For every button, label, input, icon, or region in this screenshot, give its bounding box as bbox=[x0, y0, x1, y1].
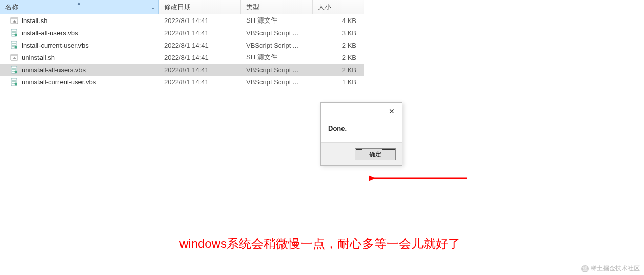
file-date-cell: 2022/8/1 14:41 bbox=[159, 66, 241, 74]
script-file-icon bbox=[10, 29, 18, 37]
svg-rect-8 bbox=[11, 54, 18, 56]
column-header-row: ▲ 名称 ⌄ 修改日期 类型 大小 bbox=[0, 0, 364, 14]
file-date-cell: 2022/8/1 14:41 bbox=[159, 54, 241, 61]
column-header-date[interactable]: 修改日期 bbox=[159, 0, 241, 14]
file-name-cell: shinstall.sh bbox=[0, 16, 159, 25]
column-label: 名称 bbox=[5, 3, 18, 12]
watermark-icon: 掘 bbox=[581, 265, 589, 272]
file-size-cell: 4 KB bbox=[313, 17, 361, 25]
file-name-cell: install-all-users.vbs bbox=[0, 29, 159, 37]
file-type-cell: VBScript Script ... bbox=[241, 66, 313, 74]
watermark: 掘 稀土掘金技术社区 bbox=[581, 264, 640, 273]
column-label: 修改日期 bbox=[164, 3, 191, 12]
script-file-icon bbox=[10, 78, 18, 86]
sort-ascending-icon: ▲ bbox=[77, 1, 82, 6]
file-date-cell: 2022/8/1 14:41 bbox=[159, 17, 241, 25]
annotation-caption: windows系统会稍微慢一点，耐心多等一会儿就好了 bbox=[179, 236, 460, 252]
watermark-text: 稀土掘金技术社区 bbox=[591, 264, 640, 273]
shell-file-icon: sh bbox=[10, 16, 18, 25]
dialog-message: Done. bbox=[321, 119, 402, 142]
file-size-cell: 2 KB bbox=[313, 41, 361, 49]
file-row[interactable]: shuninstall.sh2022/8/1 14:41SH 源文件2 KB bbox=[0, 51, 364, 64]
file-explorer-list: ▲ 名称 ⌄ 修改日期 类型 大小 shinstall.sh2022/8/1 1… bbox=[0, 0, 364, 88]
dialog-footer: 确定 bbox=[321, 142, 402, 165]
file-type-cell: VBScript Script ... bbox=[241, 29, 313, 37]
file-type-cell: SH 源文件 bbox=[241, 53, 313, 62]
column-header-type[interactable]: 类型 bbox=[241, 0, 313, 14]
file-row[interactable]: uninstall-current-user.vbs2022/8/1 14:41… bbox=[0, 76, 364, 88]
file-date-cell: 2022/8/1 14:41 bbox=[159, 41, 241, 49]
file-row[interactable]: uninstall-all-users.vbs2022/8/1 14:41VBS… bbox=[0, 64, 364, 76]
file-rows-container: shinstall.sh2022/8/1 14:41SH 源文件4 KBinst… bbox=[0, 14, 364, 88]
file-date-cell: 2022/8/1 14:41 bbox=[159, 78, 241, 86]
svg-text:sh: sh bbox=[13, 20, 16, 23]
file-size-cell: 2 KB bbox=[313, 66, 361, 74]
file-name-cell: shuninstall.sh bbox=[0, 53, 159, 61]
file-date-cell: 2022/8/1 14:41 bbox=[159, 29, 241, 37]
file-row[interactable]: install-all-users.vbs2022/8/1 14:41VBScr… bbox=[0, 27, 364, 39]
svg-point-6 bbox=[15, 46, 17, 49]
file-name-cell: uninstall-current-user.vbs bbox=[0, 78, 159, 86]
file-row[interactable]: shinstall.sh2022/8/1 14:41SH 源文件4 KB bbox=[0, 14, 364, 27]
svg-point-13 bbox=[15, 83, 17, 86]
column-label: 大小 bbox=[318, 3, 331, 12]
file-row[interactable]: install-current-user.vbs2022/8/1 14:41VB… bbox=[0, 39, 364, 51]
file-name-cell: uninstall-all-users.vbs bbox=[0, 66, 159, 74]
file-size-cell: 1 KB bbox=[313, 78, 361, 86]
ok-button[interactable]: 确定 bbox=[355, 148, 396, 160]
file-name-label: install-current-user.vbs bbox=[22, 41, 89, 49]
file-type-cell: SH 源文件 bbox=[241, 16, 313, 25]
script-file-icon bbox=[10, 66, 18, 74]
file-name-label: uninstall.sh bbox=[22, 54, 55, 61]
file-name-label: uninstall-all-users.vbs bbox=[22, 66, 86, 74]
close-button[interactable]: ✕ bbox=[381, 103, 402, 119]
file-name-label: install.sh bbox=[22, 17, 48, 25]
file-size-cell: 3 KB bbox=[313, 29, 361, 37]
chevron-down-icon[interactable]: ⌄ bbox=[151, 4, 155, 11]
file-type-cell: VBScript Script ... bbox=[241, 41, 313, 49]
file-name-cell: install-current-user.vbs bbox=[0, 41, 159, 49]
close-icon: ✕ bbox=[389, 107, 395, 115]
script-file-icon bbox=[10, 41, 18, 49]
column-header-name[interactable]: ▲ 名称 ⌄ bbox=[0, 0, 159, 14]
dialog-titlebar: ✕ bbox=[321, 103, 402, 119]
column-header-size[interactable]: 大小 bbox=[313, 0, 361, 14]
annotation-arrow bbox=[369, 172, 472, 187]
column-label: 类型 bbox=[246, 3, 259, 12]
svg-point-11 bbox=[15, 71, 17, 73]
svg-point-4 bbox=[15, 34, 17, 36]
file-type-cell: VBScript Script ... bbox=[241, 78, 313, 86]
file-size-cell: 2 KB bbox=[313, 54, 361, 61]
shell-file-icon: sh bbox=[10, 53, 18, 61]
svg-text:sh: sh bbox=[13, 57, 16, 60]
message-dialog: ✕ Done. 确定 bbox=[320, 102, 402, 166]
svg-rect-1 bbox=[11, 17, 18, 19]
file-name-label: uninstall-current-user.vbs bbox=[22, 78, 96, 86]
file-name-label: install-all-users.vbs bbox=[22, 29, 78, 37]
